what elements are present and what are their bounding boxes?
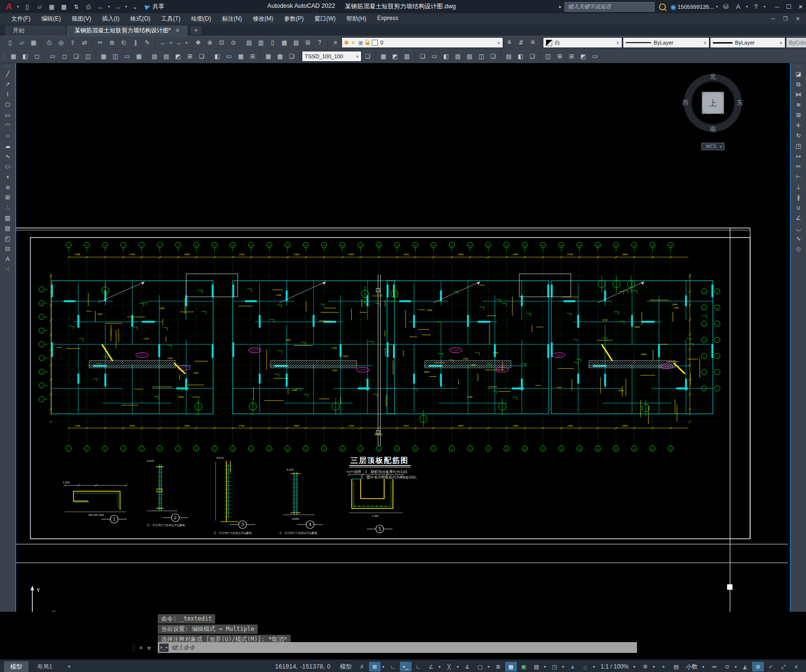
break-icon[interactable]: ∦ bbox=[792, 192, 805, 202]
move-faces-icon[interactable]: ▭ bbox=[429, 51, 440, 62]
account-arrow-icon[interactable]: ▼ bbox=[715, 5, 719, 8]
copy-clip-icon[interactable]: ⧉ bbox=[106, 37, 118, 48]
dim-arc-length-icon[interactable]: ❏ bbox=[71, 51, 82, 62]
dim-center-mark-icon[interactable]: ▭ bbox=[223, 51, 235, 62]
snap-arrow-icon[interactable]: ▼ bbox=[382, 665, 386, 669]
recent-commands-icon[interactable]: >_▾ bbox=[159, 644, 169, 652]
redo-history-arrow-icon[interactable]: ▼ bbox=[185, 41, 188, 45]
lineweight-control-arrow-icon[interactable]: ∨ bbox=[780, 41, 782, 45]
paste-icon[interactable]: ⎗ bbox=[118, 37, 129, 48]
command-customize-icon[interactable]: ⚒ bbox=[147, 644, 151, 651]
block-attribute-manager-icon[interactable]: ◧ bbox=[20, 51, 31, 62]
autodesk-app-icon[interactable]: A bbox=[733, 2, 744, 12]
units-icon-icon[interactable]: ▤ bbox=[670, 662, 682, 672]
save-as-icon[interactable]: ▩ bbox=[58, 1, 70, 12]
move-icon[interactable]: ✛ bbox=[792, 120, 805, 130]
redo-icon[interactable]: → bbox=[112, 1, 123, 12]
chamfer-icon[interactable]: ∠ bbox=[792, 213, 805, 223]
new-drawing-tab-button[interactable]: + bbox=[191, 26, 201, 35]
arc-icon[interactable]: ◠ bbox=[1, 120, 14, 130]
help-icon[interactable]: ? bbox=[314, 37, 325, 48]
open-icon[interactable]: ▱ bbox=[34, 1, 45, 12]
menu-5[interactable]: 格式(O) bbox=[125, 13, 156, 24]
construction-line-icon[interactable]: ↗ bbox=[1, 79, 14, 89]
ellipse-icon[interactable]: ⬭ bbox=[1, 161, 14, 171]
layer-dropdown-arrow-icon[interactable]: ∨ bbox=[497, 41, 500, 45]
selection-cycling-icon[interactable]: ≣ bbox=[492, 662, 504, 672]
dim-diameter-icon[interactable]: ▭ bbox=[122, 51, 133, 62]
quick-calc-icon[interactable]: ⊞ bbox=[302, 37, 314, 48]
tab-active-drawing[interactable]: 某钢筋混凝土短肢剪力墙结构设计图* ✕ bbox=[67, 25, 188, 36]
minimize-button[interactable]: ─ bbox=[775, 3, 780, 10]
dimstyle-control-arrow-icon[interactable]: ∨ bbox=[356, 54, 359, 59]
hatch-icon[interactable]: ▨ bbox=[1, 213, 14, 223]
search-icon[interactable] bbox=[659, 3, 666, 10]
sheet-set-manager-icon[interactable]: ▩ bbox=[279, 37, 290, 48]
layer-states-icon[interactable]: ≞ bbox=[527, 37, 538, 48]
linetype-control[interactable]: ByLayer∨ bbox=[623, 37, 709, 48]
color-faces-icon[interactable]: ▤ bbox=[503, 51, 514, 62]
dim-ordinate-icon[interactable]: ◫ bbox=[82, 51, 94, 62]
autodesk-app-arrow-icon[interactable]: ▼ bbox=[745, 5, 749, 8]
taper-faces-icon[interactable]: ◫ bbox=[476, 51, 487, 62]
polyline-icon[interactable]: ⌇ bbox=[1, 89, 14, 99]
menu-2[interactable]: 编辑(E) bbox=[36, 13, 66, 24]
doc-minimize-button[interactable]: ─ bbox=[771, 16, 775, 22]
lineweight-control[interactable]: ByLayer∨ bbox=[710, 37, 785, 48]
rotate-icon[interactable]: ↻ bbox=[792, 130, 805, 141]
mirror-icon[interactable]: ⋈ bbox=[792, 89, 805, 99]
dim-edit-icon[interactable]: ▦ bbox=[263, 51, 274, 62]
lock-ui-icon[interactable]: ⊙ bbox=[721, 662, 733, 672]
filter-arrow-icon[interactable]: ▼ bbox=[543, 665, 548, 669]
multiline-text-icon[interactable]: A bbox=[1, 254, 14, 264]
dim-aligned-icon[interactable]: ◻ bbox=[59, 51, 70, 62]
separate-icon[interactable]: ⊞ bbox=[566, 51, 577, 62]
selection-filter-icon[interactable]: ▧ bbox=[531, 662, 542, 672]
crosshair-icon[interactable]: + bbox=[658, 662, 669, 672]
osnap-arrow-icon[interactable]: ▼ bbox=[456, 665, 461, 669]
save-icon[interactable]: ▦ bbox=[46, 1, 57, 12]
revision-cloud-icon[interactable]: ☁ bbox=[1, 141, 14, 151]
polygon-icon[interactable]: ⬠ bbox=[1, 99, 14, 110]
layout1-tab[interactable]: 布局1 bbox=[31, 661, 59, 672]
menu-7[interactable]: 绘图(D) bbox=[186, 13, 217, 24]
pan-icon[interactable]: ✥ bbox=[193, 37, 204, 48]
new-icon[interactable]: ▯ bbox=[22, 1, 33, 12]
plot-icon[interactable]: ⎙ bbox=[83, 1, 94, 12]
workspace-icon[interactable]: ⚙ bbox=[639, 662, 651, 672]
cut-icon[interactable]: ✂ bbox=[95, 37, 106, 48]
annotation-visibility-icon[interactable]: ▲ bbox=[567, 662, 579, 672]
match-properties-icon[interactable]: ∥ bbox=[130, 37, 141, 48]
layer-properties-icon[interactable]: ≡ bbox=[330, 37, 341, 48]
rotate-faces-icon[interactable]: ▤ bbox=[464, 51, 475, 62]
menu-12[interactable]: 帮助(H) bbox=[341, 13, 372, 24]
help-icon[interactable]: ? bbox=[751, 2, 761, 12]
linetype-control-arrow-icon[interactable]: ∨ bbox=[704, 41, 707, 45]
units-arrow-icon[interactable]: ▼ bbox=[702, 665, 706, 669]
copy-edges-icon[interactable]: ◧ bbox=[515, 51, 526, 62]
layer-thaw-icon[interactable]: ☀ bbox=[351, 40, 356, 46]
ellipse-arc-icon[interactable]: ◖ bbox=[1, 171, 14, 182]
imprint-icon[interactable]: ◫ bbox=[542, 51, 554, 62]
shell-icon[interactable]: ◩ bbox=[578, 51, 589, 62]
edit-attribute-icon[interactable]: ▦ bbox=[8, 51, 19, 62]
blend-curves-icon[interactable]: ∿ bbox=[792, 233, 805, 243]
copy-icon[interactable]: ⧉ bbox=[792, 79, 805, 89]
dim-space-icon[interactable]: ⊞ bbox=[184, 51, 195, 62]
layer-on-icon[interactable] bbox=[344, 41, 348, 45]
lock-arrow-icon[interactable]: ▼ bbox=[734, 665, 738, 669]
autocad-logo-icon[interactable]: A bbox=[3, 2, 15, 12]
zoom-previous-icon[interactable]: ⊙ bbox=[228, 37, 239, 48]
help-arrow-icon[interactable]: ▼ bbox=[763, 5, 767, 8]
layer-unlock-icon[interactable] bbox=[366, 42, 369, 45]
dim-inspect-icon[interactable]: ▦ bbox=[235, 51, 246, 62]
dimstyle-control[interactable]: TSSD_100_100∨ bbox=[302, 51, 362, 62]
menu-3[interactable]: 视图(V) bbox=[66, 13, 97, 24]
doc-restore-button[interactable]: ❐ bbox=[783, 16, 788, 22]
workspace-arrow-icon[interactable]: ▼ bbox=[652, 665, 657, 669]
dim-update-icon[interactable]: ❏ bbox=[286, 51, 297, 62]
table-icon[interactable]: ⊟ bbox=[1, 243, 14, 254]
dim-text-edit-icon[interactable]: ▦ bbox=[274, 51, 286, 62]
menu-1[interactable]: 文件(F) bbox=[6, 13, 36, 24]
scale-icon[interactable]: ◳ bbox=[792, 141, 805, 151]
